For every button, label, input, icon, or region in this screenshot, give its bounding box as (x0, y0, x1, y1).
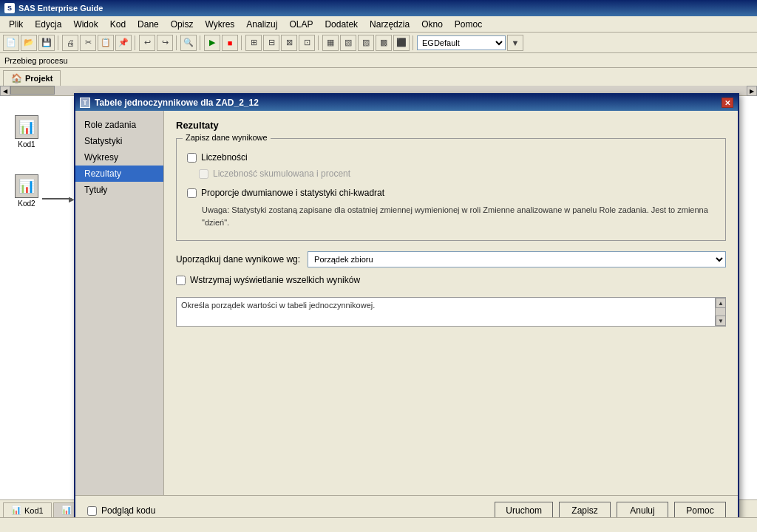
checkbox-wstrzymaj-label: Wstrzymaj wyświetlanie wszelkich wyników (190, 275, 360, 285)
open-btn[interactable]: 📂 (21, 35, 37, 51)
dialog-close-button[interactable]: ✕ (722, 98, 733, 108)
status-text: Określa porządek wartości w tabeli jedno… (181, 301, 375, 310)
projekt-icon: 🏠 (11, 73, 22, 83)
preview-checkbox[interactable] (87, 506, 97, 516)
tab-koc-icon: 📊 (61, 505, 72, 515)
scroll-thumb[interactable] (10, 86, 55, 95)
status-bar (0, 517, 757, 532)
sort-row: Uporządkuj dane wynikowe wg: Porządek zb… (176, 251, 726, 267)
checkbox-skumulowana-row: Liczebność skumulowana i procent (199, 168, 715, 179)
checkbox-skumulowana-label: Liczebność skumulowana i procent (213, 168, 350, 179)
menu-opisz[interactable]: Opisz (165, 18, 200, 31)
tb-b1[interactable]: ⊞ (245, 35, 262, 51)
dialog-body: Role zadania Statystyki Wykresy Rezultat… (75, 111, 738, 495)
section-title: Rezultaty (176, 120, 726, 131)
undo-btn[interactable]: ↩ (139, 35, 155, 51)
save-btn[interactable]: 💾 (38, 35, 55, 51)
nav-wykresy[interactable]: Wykresy (75, 149, 163, 166)
checkbox-wstrzymaj-row: Wstrzymaj wyświetlanie wszelkich wyników (176, 275, 726, 285)
menu-wykres[interactable]: Wykres (199, 18, 240, 31)
run-btn[interactable]: ▶ (204, 35, 220, 51)
node-kod1-label: Kod1 (18, 140, 35, 149)
menu-plik[interactable]: Plik (3, 18, 29, 31)
menu-kod[interactable]: Kod (104, 18, 132, 31)
dialog-title-bar: T Tabele jednoczynnikowe dla ZAD_2_12 ✕ (75, 95, 738, 111)
tb-b2[interactable]: ⊟ (263, 35, 279, 51)
search-btn[interactable]: 🔍 (180, 35, 197, 51)
sep4 (200, 35, 201, 50)
tb-b3[interactable]: ⊠ (281, 35, 297, 51)
print-btn[interactable]: 🖨 (62, 35, 78, 51)
scroll-left-btn[interactable]: ◀ (0, 86, 10, 96)
dialog-title-content: T Tabele jednoczynnikowe dla ZAD_2_12 (80, 98, 259, 108)
dropdown-arrow[interactable]: ▼ (507, 35, 523, 51)
sort-dropdown[interactable]: Porządek zbioru Częstość malejąco Często… (308, 251, 726, 267)
dialog-icon: T (80, 98, 90, 108)
process-bar-label: Przebieg procesu (4, 56, 68, 65)
new-btn[interactable]: 📄 (3, 35, 19, 51)
tab-projekt[interactable]: 🏠 Projekt (3, 70, 61, 86)
tb-b6[interactable]: ▧ (340, 35, 356, 51)
sep7 (413, 35, 414, 50)
scroll-right-btn[interactable]: ▶ (747, 86, 757, 96)
menu-okno[interactable]: Okno (415, 18, 449, 31)
copy-btn[interactable]: 📋 (98, 35, 114, 51)
scrollbar-down-btn[interactable]: ▼ (716, 316, 726, 326)
checkbox-proporcje-row: Proporcje dwumianowe i statystyki chi-kw… (187, 188, 715, 198)
checkbox-proporcje[interactable] (187, 188, 197, 198)
menu-pomoc[interactable]: Pomoc (449, 18, 488, 31)
tab-kod1-icon: 📊 (11, 505, 21, 515)
menu-dodatek[interactable]: Dodatek (319, 18, 364, 31)
title-bar: S SAS Enterprise Guide (0, 0, 757, 16)
dialog: T Tabele jednoczynnikowe dla ZAD_2_12 ✕ … (74, 93, 739, 517)
nav-role-zadania[interactable]: Role zadania (75, 117, 163, 133)
sep2 (135, 35, 136, 50)
group-box-zapisz: Zapisz dane wynikowe Liczebności Liczebn… (176, 138, 726, 241)
canvas: ◀ ▶ 📊 Kod1 📊 Kod2 ▶ 📋 (0, 86, 757, 517)
tb-b7[interactable]: ▨ (358, 35, 374, 51)
tb-b5[interactable]: ▦ (322, 35, 339, 51)
tb-b8[interactable]: ▩ (376, 35, 392, 51)
paste-btn[interactable]: 📌 (115, 35, 132, 51)
redo-btn[interactable]: ↪ (157, 35, 173, 51)
checkbox-wstrzymaj[interactable] (176, 276, 186, 285)
dialog-nav: Role zadania Statystyki Wykresy Rezultat… (75, 111, 164, 495)
status-scrollbar: ▲ ▼ (715, 298, 725, 326)
preview-label: Podgląd kodu (101, 505, 155, 516)
menu-olap[interactable]: OLAP (283, 18, 319, 31)
group-box-label: Zapisz dane wynikowe (183, 133, 271, 142)
nav-rezultaty[interactable]: Rezultaty (75, 166, 163, 182)
footer-left: Podgląd kodu (87, 505, 155, 516)
help-button[interactable]: Pomoc (674, 502, 726, 517)
run-button[interactable]: Uruchom (495, 502, 553, 517)
theme-dropdown[interactable]: EGDefault (417, 35, 506, 50)
sep6 (318, 35, 319, 50)
tb-b9[interactable]: ⬛ (393, 35, 410, 51)
checkbox-liczebnosci-row: Liczebności (187, 152, 715, 163)
nav-tytuly[interactable]: Tytuły (75, 182, 163, 198)
menu-widok[interactable]: Widok (67, 18, 103, 31)
node-kod1[interactable]: 📊 Kod1 (15, 115, 38, 149)
scrollbar-up-btn[interactable]: ▲ (716, 298, 726, 308)
cut-btn[interactable]: ✂ (80, 35, 96, 51)
checkbox-proporcje-label: Proporcje dwumianowe i statystyki chi-kw… (201, 188, 384, 198)
menu-bar: Plik Edycja Widok Kod Dane Opisz Wykres … (0, 16, 757, 33)
menu-analizuj[interactable]: Analizuj (240, 18, 283, 31)
menu-narzedzia[interactable]: Narzędzia (364, 18, 415, 31)
nav-statystyki[interactable]: Statystyki (75, 133, 163, 149)
sort-label: Uporządkuj dane wynikowe wg: (176, 254, 300, 265)
cancel-button[interactable]: Anuluj (617, 502, 668, 517)
stop-btn[interactable]: ■ (222, 35, 238, 51)
tab-kod1-label: Kod1 (24, 506, 44, 515)
dialog-title: Tabele jednoczynnikowe dla ZAD_2_12 (95, 98, 259, 108)
tb-b4[interactable]: ⊡ (299, 35, 315, 51)
save-button[interactable]: Zapisz (559, 502, 611, 517)
footer-right: Uruchom Zapisz Anuluj Pomoc (495, 502, 726, 517)
tab-kod1[interactable]: 📊 Kod1 (3, 502, 52, 517)
menu-dane[interactable]: Dane (132, 18, 165, 31)
checkbox-liczebnosci[interactable] (187, 153, 197, 163)
arrow-kod2-lab (42, 198, 72, 200)
node-kod2[interactable]: 📊 Kod2 (15, 174, 38, 208)
menu-edycja[interactable]: Edycja (29, 18, 67, 31)
tab-projekt-label: Projekt (25, 74, 52, 83)
